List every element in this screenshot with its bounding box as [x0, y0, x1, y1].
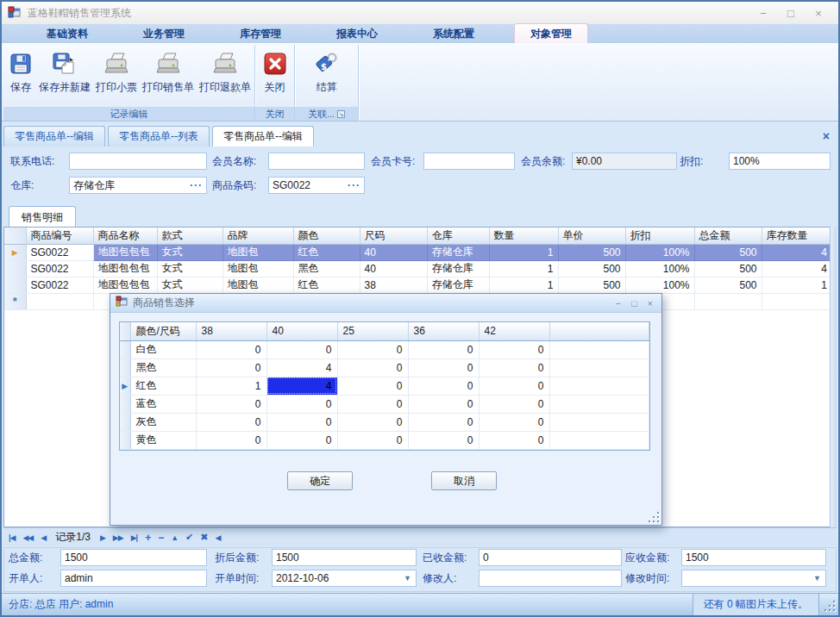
matrix-cell[interactable]: 0: [266, 395, 337, 413]
grid-column-header[interactable]: 商品编号: [26, 227, 93, 244]
matrix-cell[interactable]: 0: [196, 340, 266, 358]
total-amount-input[interactable]: [61, 550, 206, 565]
close-form-button[interactable]: 关闭: [260, 47, 291, 97]
grid-cell[interactable]: [694, 293, 762, 309]
grid-cell[interactable]: SG0022: [26, 277, 93, 293]
menu-tab[interactable]: 系统配置: [417, 24, 490, 43]
grid-column-header[interactable]: 总金额: [694, 227, 762, 244]
matrix-color-cell[interactable]: 黄色: [130, 431, 196, 449]
matrix-column-header[interactable]: 38: [196, 322, 266, 340]
matrix-cell[interactable]: 0: [196, 358, 266, 377]
matrix-cell[interactable]: 0: [266, 431, 337, 449]
matrix-cell[interactable]: 0: [479, 377, 549, 395]
menu-tab[interactable]: 对象管理: [514, 23, 588, 43]
row-indicator[interactable]: [120, 358, 130, 377]
row-indicator[interactable]: [120, 413, 130, 431]
grid-cell[interactable]: 女式: [157, 260, 223, 277]
grid-column-header[interactable]: 库存数量: [762, 227, 832, 244]
warehouse-ellipsis-button[interactable]: ···: [186, 179, 206, 191]
grid-cell[interactable]: 黑色: [293, 260, 360, 277]
matrix-cell[interactable]: 0: [408, 377, 479, 395]
matrix-cell[interactable]: 4: [266, 358, 337, 377]
grid-vertical-scrollbar[interactable]: [830, 227, 837, 527]
grid-column-header[interactable]: 折扣: [625, 227, 694, 244]
grid-cell[interactable]: 地图包: [223, 244, 293, 260]
menu-tab[interactable]: 业务管理: [128, 24, 200, 43]
grid-cell[interactable]: 红色: [293, 277, 360, 293]
grid-cell[interactable]: 500: [558, 244, 625, 260]
grid-cell[interactable]: 地图包包包: [93, 244, 157, 260]
matrix-color-cell[interactable]: 红色: [130, 377, 196, 395]
grid-cell[interactable]: 存储仓库: [427, 260, 489, 277]
grid-column-header[interactable]: 数量: [489, 227, 558, 244]
nav-next-page-icon[interactable]: ▶▶: [113, 533, 123, 542]
grid-cell[interactable]: 女式: [157, 277, 223, 293]
grid-cell[interactable]: 500: [694, 260, 762, 277]
matrix-column-header[interactable]: 36: [408, 322, 479, 340]
grid-cell[interactable]: [762, 293, 832, 309]
member-card-input[interactable]: [424, 153, 514, 169]
matrix-color-cell[interactable]: 白色: [130, 340, 196, 358]
grid-cell[interactable]: [26, 293, 93, 309]
row-indicator[interactable]: [4, 277, 26, 293]
grid-column-header[interactable]: 仓库: [427, 227, 489, 244]
print-receipt-button[interactable]: 打印小票: [93, 47, 140, 97]
matrix-color-cell[interactable]: 灰色: [130, 413, 196, 431]
row-indicator[interactable]: ▶: [4, 244, 26, 260]
receivable-amount-input[interactable]: [682, 550, 825, 565]
grid-cell[interactable]: 女式: [157, 244, 223, 260]
nav-append-icon[interactable]: +: [145, 532, 150, 544]
matrix-cell[interactable]: 0: [479, 431, 549, 449]
matrix-cell[interactable]: 0: [196, 413, 266, 431]
document-close-icon[interactable]: ×: [823, 129, 837, 146]
grid-cell[interactable]: SG0022: [26, 244, 93, 260]
document-tab[interactable]: 零售商品单--编辑: [212, 126, 314, 146]
matrix-cell[interactable]: 1: [196, 377, 266, 395]
minimize-button[interactable]: −: [755, 7, 771, 20]
grid-cell[interactable]: 1: [489, 277, 558, 293]
barcode-ellipsis-button[interactable]: ···: [344, 179, 364, 191]
grid-cell[interactable]: 500: [558, 260, 625, 277]
grid-cell[interactable]: 1: [762, 277, 832, 293]
row-indicator[interactable]: [120, 340, 130, 358]
grid-column-header[interactable]: 款式: [157, 227, 223, 244]
grid-cell[interactable]: 40: [360, 260, 427, 277]
warehouse-input[interactable]: [70, 178, 186, 193]
matrix-column-header[interactable]: 40: [266, 322, 337, 340]
order-time-input[interactable]: [273, 570, 399, 586]
nav-prev-page-icon[interactable]: ◀◀: [22, 533, 33, 542]
matrix-cell[interactable]: 0: [408, 340, 479, 358]
matrix-cell[interactable]: 0: [337, 358, 408, 377]
settle-button[interactable]: $ 结算: [311, 47, 342, 97]
member-name-input[interactable]: [269, 153, 364, 169]
nav-delete-icon[interactable]: −: [158, 532, 163, 544]
grid-cell[interactable]: 500: [694, 277, 762, 293]
new-row-indicator[interactable]: *: [4, 293, 26, 309]
dialog-resize-grip[interactable]: [647, 510, 659, 522]
grid-column-header[interactable]: 品牌: [223, 227, 293, 244]
document-tab[interactable]: 零售商品单--列表: [108, 126, 210, 146]
grid-column-header[interactable]: 商品名称: [93, 227, 157, 244]
grid-cell[interactable]: 地图包: [223, 260, 293, 277]
dialog-launcher-icon[interactable]: ↘: [337, 110, 345, 118]
matrix-cell[interactable]: 0: [196, 395, 266, 413]
matrix-cell[interactable]: 0: [337, 377, 408, 395]
maximize-button[interactable]: □: [783, 7, 799, 20]
matrix-cell[interactable]: 0: [337, 340, 408, 358]
grid-cell[interactable]: 地图包包包: [93, 277, 157, 293]
discount-input[interactable]: [730, 153, 830, 169]
nav-edit-icon[interactable]: ▲: [171, 533, 178, 542]
menu-tab[interactable]: 报表中心: [321, 24, 393, 43]
grid-column-header[interactable]: 单价: [558, 227, 625, 244]
grid-cell[interactable]: 4: [762, 244, 832, 260]
save-and-new-button[interactable]: 保存并新建: [36, 47, 93, 97]
matrix-cell[interactable]: 0: [196, 431, 266, 449]
grid-cell[interactable]: 1: [489, 260, 558, 277]
grid-cell[interactable]: 地图包: [223, 277, 293, 293]
cancel-button[interactable]: 取消: [431, 471, 497, 490]
matrix-cell[interactable]: 0: [479, 413, 549, 431]
grid-column-header[interactable]: 颜色: [293, 227, 360, 244]
barcode-input[interactable]: [269, 178, 344, 193]
modify-time-dropdown-icon[interactable]: ▼: [809, 574, 825, 583]
order-time-dropdown-icon[interactable]: ▼: [399, 574, 416, 583]
